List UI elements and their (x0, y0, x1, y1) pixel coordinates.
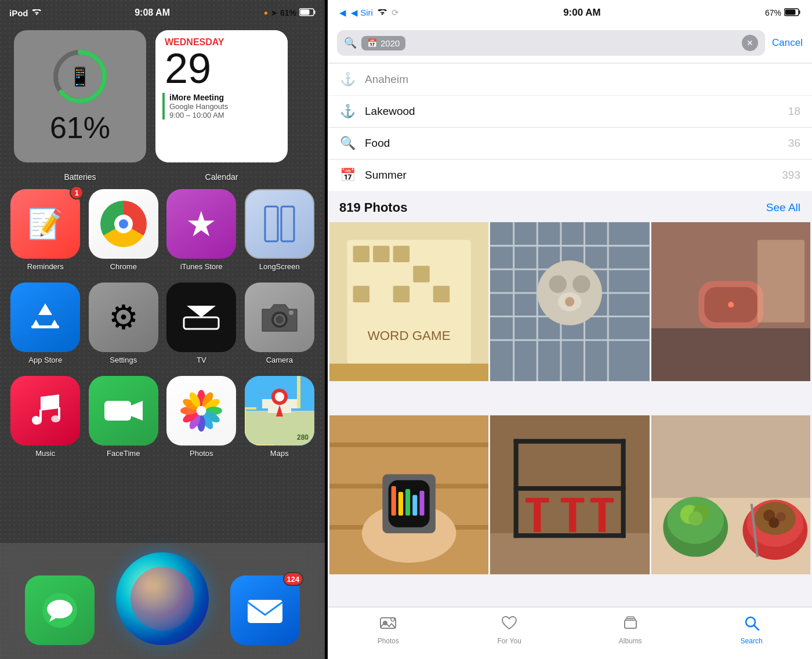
location-icon: ➤ (271, 9, 277, 17)
tab-search[interactable]: Search (728, 615, 775, 645)
tab-photos-label: Photos (378, 637, 399, 645)
app-settings[interactable]: ⚙ Settings (88, 283, 160, 364)
result-food[interactable]: 🔍 Food 36 (328, 128, 812, 160)
result-lakewood-name: Lakewood (365, 105, 779, 118)
svg-rect-51 (353, 286, 369, 302)
photo-cell-4[interactable] (329, 415, 488, 574)
cal-event: iMore Meeting Google Hangouts 9:00 – 10:… (162, 93, 281, 120)
tab-for-you-label: For You (497, 637, 521, 645)
for-you-tab-icon (501, 615, 517, 635)
wifi-icon (32, 8, 41, 18)
result-summer[interactable]: 📅 Summer 393 (328, 160, 812, 191)
itunes-label: iTunes Store (180, 262, 223, 271)
mail-dock-icon: 124 (230, 575, 300, 645)
app-grid: 📝 1 Reminders Chrome ★ iTunes Store (0, 189, 325, 458)
tab-photos[interactable]: Photos (365, 615, 411, 645)
svg-rect-1 (314, 10, 315, 14)
result-lakewood[interactable]: ⚓ Lakewood 18 (328, 96, 812, 128)
app-camera[interactable]: Camera (244, 283, 316, 364)
facetime-icon (89, 376, 158, 446)
svg-rect-2 (300, 9, 309, 15)
svg-rect-17 (104, 401, 131, 421)
tab-for-you[interactable]: For You (486, 615, 532, 645)
app-facetime[interactable]: FaceTime (88, 376, 160, 458)
loading-icon: ⟳ (392, 8, 399, 18)
left-status-left: iPod (9, 8, 41, 18)
app-reminders[interactable]: 📝 1 Reminders (9, 189, 82, 271)
search-pill[interactable]: 🔍 📅 2020 ✕ (337, 30, 765, 56)
photo-cell-2[interactable] (490, 222, 649, 381)
svg-point-76 (728, 302, 734, 307)
cal-event-time: 9:00 – 10:00 AM (169, 111, 281, 120)
app-maps[interactable]: 280 Maps (244, 376, 316, 458)
battery-ring: 📱 (51, 48, 109, 106)
svg-rect-123 (627, 617, 634, 618)
right-battery-area: 67% (765, 8, 800, 18)
svg-marker-18 (131, 401, 143, 421)
search-tag[interactable]: 📅 2020 (361, 36, 405, 50)
app-itunes[interactable]: ★ iTunes Store (165, 189, 238, 271)
svg-rect-43 (799, 10, 800, 14)
left-time: 9:08 AM (135, 8, 170, 18)
tab-albums-label: Albums (619, 637, 642, 645)
camera-icon (245, 283, 314, 352)
messages-dock-icon (25, 575, 95, 645)
widgets-labels: Batteries Calendar (0, 172, 325, 189)
cancel-button[interactable]: Cancel (772, 37, 803, 49)
see-all-button[interactable]: See All (766, 201, 800, 214)
tv-label: TV (197, 356, 206, 364)
dock-messages[interactable] (25, 575, 95, 645)
result-summer-name: Summer (365, 169, 773, 182)
calendar-tag-icon: 📅 (367, 38, 377, 48)
svg-text:280: 280 (297, 433, 309, 441)
app-tv[interactable]: TV (165, 283, 238, 364)
photo-cell-3[interactable] (651, 222, 810, 381)
svg-rect-100 (561, 498, 585, 502)
svg-rect-53 (433, 286, 449, 302)
svg-point-15 (32, 418, 42, 425)
widgets-row: 📱 61% WEDNESDAY 29 iMore Meeting Google … (0, 26, 325, 172)
tab-bar: Photos For You Albums (328, 607, 812, 659)
svg-rect-48 (373, 246, 389, 262)
reminders-icon: 📝 1 (10, 189, 80, 259)
right-status-left: ◀ ◀ Siri ⟳ (339, 8, 399, 18)
app-photos[interactable]: Photos (165, 376, 238, 458)
search-bar-area: 🔍 📅 2020 ✕ Cancel (328, 26, 812, 63)
maps-icon: 280 (245, 376, 314, 446)
svg-rect-99 (534, 502, 541, 532)
app-music[interactable]: Music (9, 376, 82, 458)
calendar-widget-label: Calendar (205, 172, 238, 182)
photo-cell-5[interactable] (490, 415, 649, 574)
photo-cell-6[interactable] (651, 415, 810, 574)
search-tag-text: 2020 (380, 38, 400, 48)
svg-rect-98 (525, 498, 549, 502)
svg-rect-73 (651, 328, 810, 381)
svg-rect-77 (757, 240, 804, 322)
left-panel: iPod 9:08 AM ● ➤ 61% 📱 61% (0, 0, 325, 659)
result-anaheim[interactable]: ⚓ Anaheim (328, 63, 812, 96)
longscreen-icon (245, 189, 314, 259)
dock-mail[interactable]: 124 (230, 575, 300, 645)
tab-albums[interactable]: Albums (607, 615, 654, 645)
svg-rect-50 (413, 266, 429, 282)
svg-rect-97 (621, 439, 626, 538)
svg-rect-86 (392, 486, 396, 516)
dock-siri[interactable] (116, 552, 209, 645)
right-panel: ◀ ◀ Siri ⟳ 9:00 AM 67% 🔍 📅 2020 ✕ Cancel (328, 0, 812, 659)
svg-rect-7 (31, 325, 59, 328)
search-clear-button[interactable]: ✕ (742, 35, 758, 51)
battery-widget: 📱 61% (14, 30, 146, 162)
app-chrome[interactable]: Chrome (88, 189, 160, 271)
svg-rect-89 (412, 495, 417, 516)
orange-dot: ● (264, 9, 268, 17)
result-anaheim-name: Anaheim (365, 73, 791, 86)
left-status-bar: iPod 9:08 AM ● ➤ 61% (0, 0, 325, 26)
app-longscreen[interactable]: LongScreen (244, 189, 316, 271)
svg-rect-87 (398, 492, 403, 516)
photo-cell-1[interactable]: WORD GAME (329, 222, 488, 381)
siri-back-label: ◀ Siri (351, 8, 373, 18)
calendar-widget: WEDNESDAY 29 iMore Meeting Google Hangou… (155, 30, 288, 162)
app-appstore[interactable]: App Store (9, 283, 82, 364)
photos-icon (166, 376, 236, 446)
search-icon: 🔍 (344, 37, 357, 49)
